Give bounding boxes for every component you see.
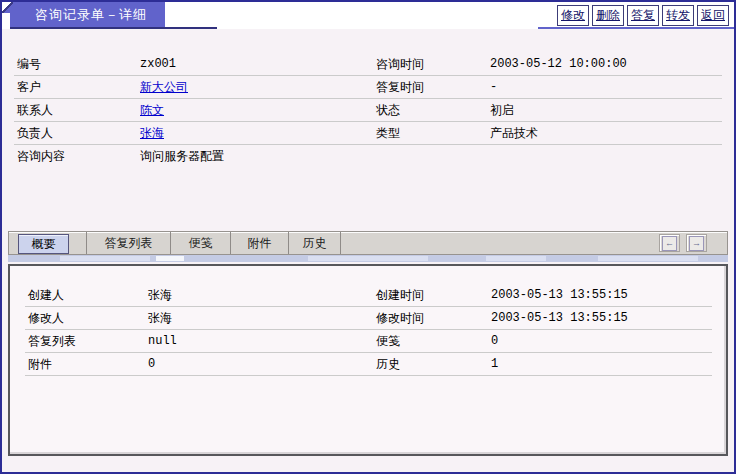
field-label-modify-time: 修改时间 xyxy=(373,310,491,327)
field-label-reply-time: 答复时间 xyxy=(373,79,490,96)
strip-segment xyxy=(486,256,546,261)
field-label-reply-list: 答复列表 xyxy=(25,333,148,350)
tab-attachments[interactable]: 附件 xyxy=(231,232,289,254)
forward-button[interactable]: 转发 xyxy=(662,5,694,26)
customer-link[interactable]: 新大公司 xyxy=(140,80,188,94)
field-label-owner: 负责人 xyxy=(14,125,140,142)
right-arrow-icon: → xyxy=(689,236,704,251)
field-value-modifier: 张海 xyxy=(148,310,373,327)
detail-form: 编号 zx001 咨询时间 2003-05-12 10:00:00 客户 新大公… xyxy=(14,53,722,167)
field-value-number: zx001 xyxy=(140,57,373,71)
field-value-consult-time: 2003-05-12 10:00:00 xyxy=(490,57,722,71)
summary-row: 创建人 张海 创建时间 2003-05-13 13:55:15 xyxy=(25,284,712,307)
field-value-attachments-count: 0 xyxy=(148,357,373,371)
tab-bar: 概要 答复列表 便笺 附件 历史 ← → xyxy=(8,231,728,255)
field-label-notes-count: 便笺 xyxy=(373,333,491,350)
field-label-consult-time: 咨询时间 xyxy=(373,56,490,73)
modify-button[interactable]: 修改 xyxy=(557,5,589,26)
field-value-notes-count: 0 xyxy=(491,334,712,348)
contact-link[interactable]: 陈文 xyxy=(140,103,164,117)
summary-rows: 创建人 张海 创建时间 2003-05-13 13:55:15 修改人 张海 修… xyxy=(25,284,712,376)
summary-panel: 创建人 张海 创建时间 2003-05-13 13:55:15 修改人 张海 修… xyxy=(8,264,728,456)
consultation-detail-window: 咨询记录单－详细 修改 删除 答复 转发 返回 编号 zx001 咨询时间 20… xyxy=(0,0,736,474)
field-label-history-count: 历史 xyxy=(373,356,491,373)
field-label-creator: 创建人 xyxy=(25,287,148,304)
tab-scrollbar-strip xyxy=(8,255,728,262)
field-label-modifier: 修改人 xyxy=(25,310,148,327)
field-value-reply-time: - xyxy=(490,80,722,94)
field-value-create-time: 2003-05-13 13:55:15 xyxy=(491,288,712,302)
form-row: 联系人 陈文 状态 初启 xyxy=(14,99,722,122)
form-row: 负责人 张海 类型 产品技术 xyxy=(14,122,722,145)
field-value-type: 产品技术 xyxy=(490,125,722,142)
field-label-create-time: 创建时间 xyxy=(373,287,491,304)
field-label-customer: 客户 xyxy=(14,79,140,96)
field-value-history-count: 1 xyxy=(491,357,712,371)
summary-row: 附件 0 历史 1 xyxy=(25,353,712,376)
summary-row: 修改人 张海 修改时间 2003-05-13 13:55:15 xyxy=(25,307,712,330)
strip-segment xyxy=(60,256,150,261)
form-row: 编号 zx001 咨询时间 2003-05-12 10:00:00 xyxy=(14,53,722,76)
summary-row: 答复列表 null 便笺 0 xyxy=(25,330,712,353)
strip-segment xyxy=(156,256,184,261)
field-label-contact: 联系人 xyxy=(14,102,140,119)
tab-scroll-left-button[interactable]: ← xyxy=(659,234,680,252)
form-row: 客户 新大公司 答复时间 - xyxy=(14,76,722,99)
field-label-status: 状态 xyxy=(373,102,490,119)
field-label-attachments-count: 附件 xyxy=(25,356,148,373)
page-title: 咨询记录单－详细 xyxy=(10,2,165,27)
delete-button[interactable]: 删除 xyxy=(592,5,624,26)
strip-segment xyxy=(308,256,428,261)
tab-notes[interactable]: 便笺 xyxy=(171,232,231,254)
back-button[interactable]: 返回 xyxy=(697,5,729,26)
field-value-content: 询问服务器配置 xyxy=(140,148,373,165)
left-arrow-icon: ← xyxy=(662,236,677,251)
reply-button[interactable]: 答复 xyxy=(627,5,659,26)
header-accent-line xyxy=(538,27,734,29)
field-value-modify-time: 2003-05-13 13:55:15 xyxy=(491,311,712,325)
field-value-reply-list: null xyxy=(148,334,373,348)
tab-reply-list[interactable]: 答复列表 xyxy=(86,232,171,254)
form-row: 咨询内容 询问服务器配置 xyxy=(14,145,722,167)
field-label-type: 类型 xyxy=(373,125,490,142)
folded-corner-icon xyxy=(2,2,13,13)
strip-segment xyxy=(598,256,698,261)
field-label-number: 编号 xyxy=(14,56,140,73)
title-underline xyxy=(10,27,217,29)
tab-history[interactable]: 历史 xyxy=(289,232,341,254)
tab-summary[interactable]: 概要 xyxy=(18,234,69,254)
toolbar: 修改 删除 答复 转发 返回 xyxy=(557,5,729,26)
tab-scroll-right-button[interactable]: → xyxy=(686,234,707,252)
owner-link[interactable]: 张海 xyxy=(140,126,164,140)
header-bar: 咨询记录单－详细 修改 删除 答复 转发 返回 xyxy=(2,2,734,29)
field-value-status: 初启 xyxy=(490,102,722,119)
field-label-content: 咨询内容 xyxy=(14,148,140,165)
tab-scroll-controls: ← → xyxy=(659,232,707,254)
tab-gap xyxy=(69,232,86,254)
field-value-creator: 张海 xyxy=(148,287,373,304)
